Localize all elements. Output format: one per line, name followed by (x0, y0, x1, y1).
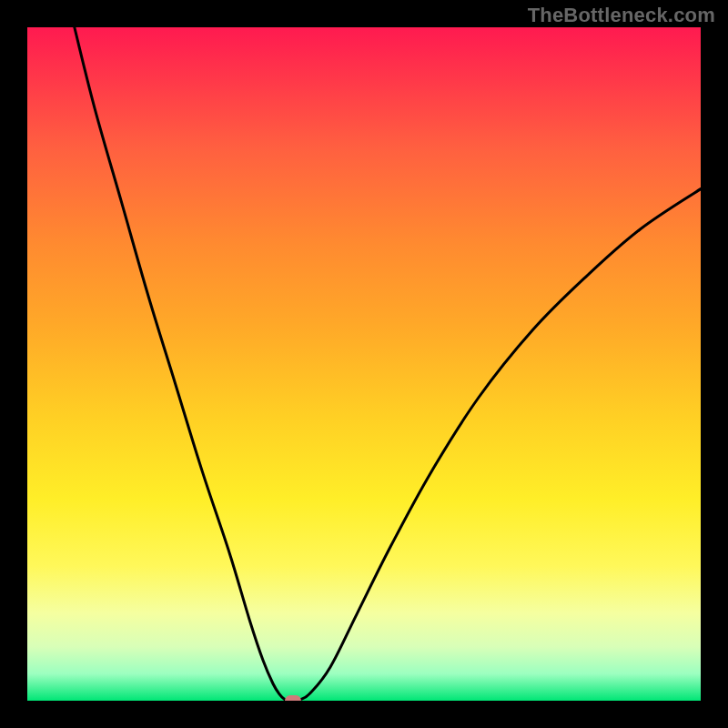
watermark-text: TheBottleneck.com (528, 4, 715, 27)
curve-right (300, 189, 701, 700)
plot-area (27, 27, 701, 701)
sweet-spot-marker (285, 695, 301, 701)
curve-svg (27, 27, 701, 701)
curve-left (75, 27, 285, 700)
chart-frame: TheBottleneck.com (0, 0, 728, 728)
